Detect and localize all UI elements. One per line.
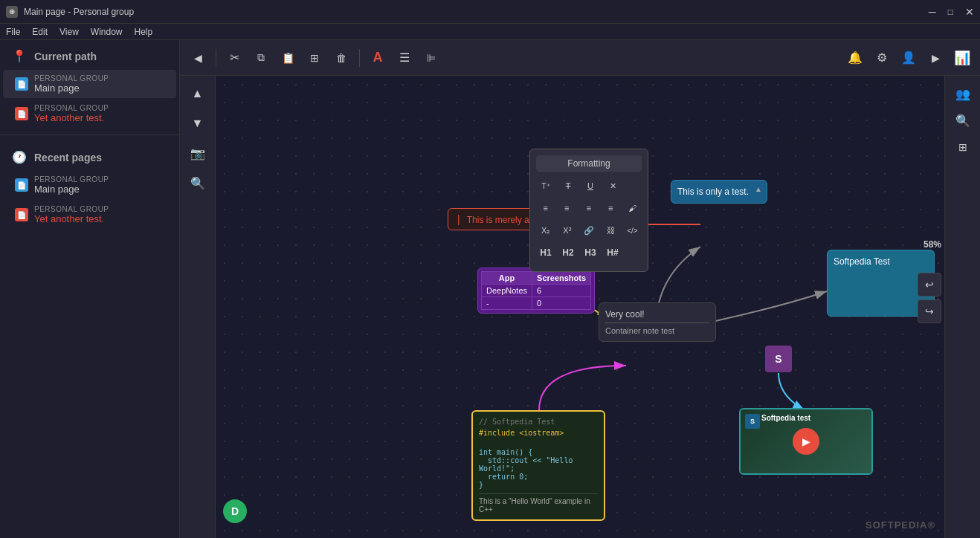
menu-window[interactable]: Window xyxy=(91,27,123,37)
hx-btn[interactable]: H# xyxy=(603,243,622,262)
table-cell-deepnotes: DeepNotes xyxy=(482,285,532,297)
right-panel-fit-btn[interactable]: ⊞ xyxy=(951,135,975,159)
window-title: Main page - Personal group xyxy=(24,7,134,17)
menu-edit[interactable]: Edit xyxy=(32,27,48,37)
code-btn[interactable]: </> xyxy=(623,221,642,240)
h2-btn[interactable]: H2 xyxy=(558,243,578,262)
code-caption: This is a "Hello World" example in C++ xyxy=(479,493,598,513)
page-name-3: Main page xyxy=(34,184,109,195)
cut-btn[interactable]: ✂ xyxy=(222,46,246,70)
strikethrough-btn[interactable]: T xyxy=(558,176,578,195)
maximize-btn[interactable]: □ xyxy=(948,7,953,17)
softpedia-watermark: SOFTPEDIA® xyxy=(865,519,935,531)
close-btn[interactable]: ✕ xyxy=(965,6,974,18)
superscript-btn[interactable]: X² xyxy=(558,221,576,240)
blue-note-node[interactable]: This is only a test. ▲ xyxy=(671,180,767,204)
link-btn[interactable]: 🔗 xyxy=(579,221,598,240)
group-label-4: Personal group xyxy=(34,205,109,213)
sidebar: 📍 Current path 📄 Personal group Main pag… xyxy=(0,40,180,538)
h3-btn[interactable]: H3 xyxy=(581,243,600,262)
clock-icon: 🕐 xyxy=(12,150,27,164)
page-icon-red-2: 📄 xyxy=(15,208,28,221)
popup-row-4: H1 H2 H3 H# xyxy=(536,243,642,262)
right-panel: 👥 🔍 ⊞ xyxy=(944,76,980,538)
undo-btn[interactable]: ↩ xyxy=(918,273,941,296)
menu-view[interactable]: View xyxy=(59,27,79,37)
delete-btn[interactable]: 🗑 xyxy=(329,46,353,70)
app-icon: ⊕ xyxy=(6,6,18,18)
unlink-btn[interactable]: ⛓ xyxy=(602,221,620,240)
top-right-icons: 🔔 ⚙ 👤 ▶ 📊 xyxy=(843,46,974,70)
location-icon: 📍 xyxy=(12,49,27,63)
page-name-1: Main page xyxy=(34,82,109,94)
search-canvas-btn[interactable]: 🔍 xyxy=(186,171,210,195)
popup-row-2: ≡ ≡ ≡ ≡ 🖌 xyxy=(536,198,642,218)
align-justify-btn[interactable]: ≡ xyxy=(602,198,620,218)
sidebar-item-recent-main[interactable]: 📄 Personal group Main page xyxy=(3,171,176,199)
group-label-3: Personal group xyxy=(34,175,109,184)
blue-note-collapse-btn[interactable]: ▲ xyxy=(753,184,764,194)
dark-note-node[interactable]: Very cool! Container note test xyxy=(599,302,716,342)
strike-x-btn[interactable]: ✕ xyxy=(603,176,622,195)
user-btn[interactable]: 👤 xyxy=(897,46,921,70)
subscript-btn[interactable]: X₂ xyxy=(536,221,555,240)
video-title: Softpedia test xyxy=(761,414,810,422)
main-layout: 📍 Current path 📄 Personal group Main pag… xyxy=(0,40,980,538)
grid-btn[interactable]: ⊞ xyxy=(303,46,326,70)
purple-s-node[interactable]: S xyxy=(765,346,792,372)
content-area: ◀ ✂ ⧉ 📋 ⊞ 🗑 A ☰ ⊫ 🔔 ⚙ 👤 ▶ 📊 xyxy=(180,40,980,538)
h1-btn[interactable]: H1 xyxy=(536,243,555,262)
table-header-screenshots: Screenshots xyxy=(532,272,591,285)
minimize-btn[interactable]: ─ xyxy=(929,6,936,18)
align-right-btn[interactable]: ≡ xyxy=(579,198,598,218)
table-cell-6: 6 xyxy=(532,285,591,297)
underline-btn[interactable]: U xyxy=(581,176,600,195)
list-btn[interactable]: ☰ xyxy=(393,46,416,70)
teal-note-text: Softpedia Test xyxy=(834,256,928,267)
code-node[interactable]: // Softpedia Test #include <iostream> in… xyxy=(471,410,605,521)
page-name-2: Yet another test. xyxy=(34,112,109,123)
menu-help[interactable]: Help xyxy=(135,27,153,37)
settings-btn[interactable]: ⚙ xyxy=(870,46,894,70)
sep2 xyxy=(359,49,360,67)
up-btn[interactable]: ▲ xyxy=(186,82,210,106)
node-table-inner: App Screenshots DeepNotes 6 - 0 xyxy=(481,271,591,310)
video-node[interactable]: S Softpedia test ▶ xyxy=(739,408,873,475)
page-icon-blue: 📄 xyxy=(15,77,28,91)
canvas[interactable]: ▲ ▼ 📷 🔍 xyxy=(180,76,980,538)
page-icon-red-1: 📄 xyxy=(15,107,28,120)
collapse-sidebar-btn[interactable]: ◀ xyxy=(186,46,210,70)
zoom-indicator: 58% xyxy=(923,239,941,250)
right-panel-users-btn[interactable]: 👥 xyxy=(951,82,975,106)
undo-redo-panel: ↩ ↪ xyxy=(918,273,941,323)
video-play-area: S Softpedia test ▶ xyxy=(741,409,871,473)
copy-btn[interactable]: ⧉ xyxy=(249,46,273,70)
left-panel: ▲ ▼ 📷 🔍 xyxy=(180,76,216,538)
text-btn[interactable]: A xyxy=(366,46,390,70)
table-cell-dash: - xyxy=(482,297,532,310)
sidebar-item-main-page[interactable]: 📄 Personal group Main page xyxy=(3,70,176,98)
paint-btn[interactable]: 🖌 xyxy=(623,198,642,218)
paste-btn[interactable]: 📋 xyxy=(276,46,300,70)
align-btn[interactable]: ⊫ xyxy=(419,46,443,70)
purple-letter: S xyxy=(775,353,781,365)
video-sp-icon: S xyxy=(745,414,760,429)
align-center-btn[interactable]: ≡ xyxy=(558,198,576,218)
sidebar-item-recent-yet[interactable]: 📄 Personal group Yet another test. xyxy=(3,201,176,229)
down-btn[interactable]: ▼ xyxy=(186,111,210,135)
collapse-right-btn[interactable]: ▶ xyxy=(923,46,947,70)
notification-btn[interactable]: 🔔 xyxy=(843,46,867,70)
superscript-t-btn[interactable]: T⁺ xyxy=(536,176,555,195)
popup-row-3: X₂ X² 🔗 ⛓ </> xyxy=(536,221,642,240)
sidebar-item-yet-another[interactable]: 📄 Personal group Yet another test. xyxy=(3,100,176,128)
camera-btn[interactable]: 📷 xyxy=(186,141,210,165)
table-node[interactable]: App Screenshots DeepNotes 6 - 0 xyxy=(477,268,595,314)
video-play-btn[interactable]: ▶ xyxy=(793,428,819,455)
current-path-header: 📍 Current path xyxy=(0,40,179,69)
menu-file[interactable]: File xyxy=(6,27,20,37)
align-left-btn[interactable]: ≡ xyxy=(536,198,555,218)
redo-btn[interactable]: ↪ xyxy=(918,299,941,323)
avatar-d[interactable]: D xyxy=(223,499,247,523)
stats-btn[interactable]: 📊 xyxy=(950,46,974,70)
right-panel-zoom-in-btn[interactable]: 🔍 xyxy=(951,108,975,132)
